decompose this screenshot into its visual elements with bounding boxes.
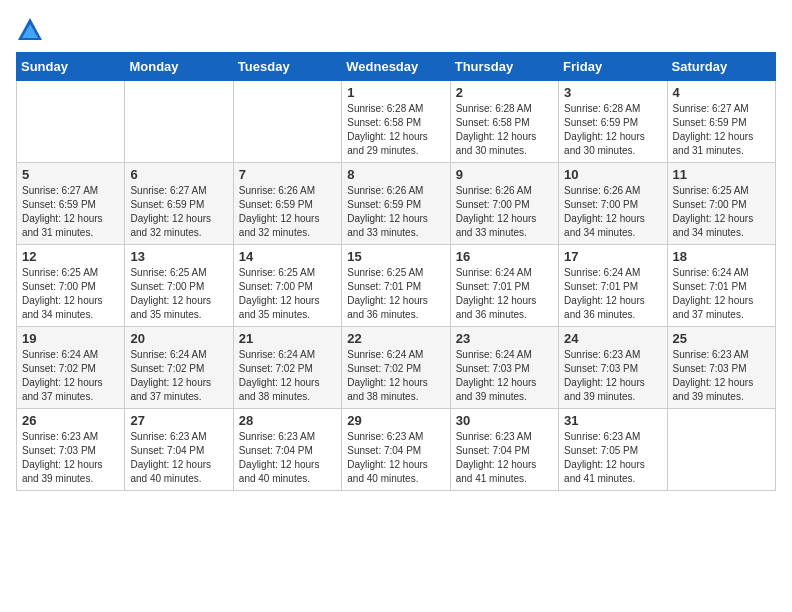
day-info: Sunrise: 6:24 AM Sunset: 7:02 PM Dayligh…: [347, 348, 444, 404]
calendar-cell: 7Sunrise: 6:26 AM Sunset: 6:59 PM Daylig…: [233, 163, 341, 245]
calendar-cell: 3Sunrise: 6:28 AM Sunset: 6:59 PM Daylig…: [559, 81, 667, 163]
calendar-cell: 23Sunrise: 6:24 AM Sunset: 7:03 PM Dayli…: [450, 327, 558, 409]
day-info: Sunrise: 6:27 AM Sunset: 6:59 PM Dayligh…: [130, 184, 227, 240]
day-info: Sunrise: 6:24 AM Sunset: 7:03 PM Dayligh…: [456, 348, 553, 404]
day-number: 31: [564, 413, 661, 428]
calendar-cell: [125, 81, 233, 163]
calendar-cell: 10Sunrise: 6:26 AM Sunset: 7:00 PM Dayli…: [559, 163, 667, 245]
day-number: 22: [347, 331, 444, 346]
day-number: 8: [347, 167, 444, 182]
day-number: 10: [564, 167, 661, 182]
day-info: Sunrise: 6:28 AM Sunset: 6:59 PM Dayligh…: [564, 102, 661, 158]
header-saturday: Saturday: [667, 53, 775, 81]
day-info: Sunrise: 6:25 AM Sunset: 7:00 PM Dayligh…: [22, 266, 119, 322]
day-number: 17: [564, 249, 661, 264]
day-number: 19: [22, 331, 119, 346]
calendar-cell: 2Sunrise: 6:28 AM Sunset: 6:58 PM Daylig…: [450, 81, 558, 163]
calendar-cell: [233, 81, 341, 163]
day-number: 24: [564, 331, 661, 346]
day-info: Sunrise: 6:23 AM Sunset: 7:04 PM Dayligh…: [239, 430, 336, 486]
calendar-cell: 4Sunrise: 6:27 AM Sunset: 6:59 PM Daylig…: [667, 81, 775, 163]
day-info: Sunrise: 6:23 AM Sunset: 7:05 PM Dayligh…: [564, 430, 661, 486]
calendar-week-1: 1Sunrise: 6:28 AM Sunset: 6:58 PM Daylig…: [17, 81, 776, 163]
calendar-cell: 29Sunrise: 6:23 AM Sunset: 7:04 PM Dayli…: [342, 409, 450, 491]
day-info: Sunrise: 6:24 AM Sunset: 7:01 PM Dayligh…: [564, 266, 661, 322]
day-number: 1: [347, 85, 444, 100]
calendar-cell: 11Sunrise: 6:25 AM Sunset: 7:00 PM Dayli…: [667, 163, 775, 245]
day-number: 21: [239, 331, 336, 346]
day-number: 16: [456, 249, 553, 264]
calendar-table: SundayMondayTuesdayWednesdayThursdayFrid…: [16, 52, 776, 491]
day-number: 12: [22, 249, 119, 264]
calendar-cell: 6Sunrise: 6:27 AM Sunset: 6:59 PM Daylig…: [125, 163, 233, 245]
calendar-cell: 5Sunrise: 6:27 AM Sunset: 6:59 PM Daylig…: [17, 163, 125, 245]
day-info: Sunrise: 6:24 AM Sunset: 7:02 PM Dayligh…: [22, 348, 119, 404]
day-number: 5: [22, 167, 119, 182]
calendar-cell: 31Sunrise: 6:23 AM Sunset: 7:05 PM Dayli…: [559, 409, 667, 491]
day-info: Sunrise: 6:27 AM Sunset: 6:59 PM Dayligh…: [22, 184, 119, 240]
day-info: Sunrise: 6:23 AM Sunset: 7:03 PM Dayligh…: [673, 348, 770, 404]
calendar-cell: 18Sunrise: 6:24 AM Sunset: 7:01 PM Dayli…: [667, 245, 775, 327]
calendar-cell: 24Sunrise: 6:23 AM Sunset: 7:03 PM Dayli…: [559, 327, 667, 409]
logo-icon: [16, 16, 44, 44]
day-info: Sunrise: 6:24 AM Sunset: 7:01 PM Dayligh…: [456, 266, 553, 322]
calendar-cell: 20Sunrise: 6:24 AM Sunset: 7:02 PM Dayli…: [125, 327, 233, 409]
calendar-cell: [667, 409, 775, 491]
calendar-week-3: 12Sunrise: 6:25 AM Sunset: 7:00 PM Dayli…: [17, 245, 776, 327]
day-info: Sunrise: 6:24 AM Sunset: 7:01 PM Dayligh…: [673, 266, 770, 322]
day-number: 25: [673, 331, 770, 346]
day-info: Sunrise: 6:23 AM Sunset: 7:04 PM Dayligh…: [130, 430, 227, 486]
day-info: Sunrise: 6:23 AM Sunset: 7:04 PM Dayligh…: [456, 430, 553, 486]
calendar-week-2: 5Sunrise: 6:27 AM Sunset: 6:59 PM Daylig…: [17, 163, 776, 245]
day-info: Sunrise: 6:27 AM Sunset: 6:59 PM Dayligh…: [673, 102, 770, 158]
day-number: 29: [347, 413, 444, 428]
calendar-cell: 16Sunrise: 6:24 AM Sunset: 7:01 PM Dayli…: [450, 245, 558, 327]
day-number: 30: [456, 413, 553, 428]
day-number: 3: [564, 85, 661, 100]
calendar-week-4: 19Sunrise: 6:24 AM Sunset: 7:02 PM Dayli…: [17, 327, 776, 409]
calendar-cell: 19Sunrise: 6:24 AM Sunset: 7:02 PM Dayli…: [17, 327, 125, 409]
calendar-cell: [17, 81, 125, 163]
calendar-cell: 14Sunrise: 6:25 AM Sunset: 7:00 PM Dayli…: [233, 245, 341, 327]
day-info: Sunrise: 6:26 AM Sunset: 6:59 PM Dayligh…: [347, 184, 444, 240]
calendar-cell: 26Sunrise: 6:23 AM Sunset: 7:03 PM Dayli…: [17, 409, 125, 491]
day-number: 20: [130, 331, 227, 346]
day-number: 18: [673, 249, 770, 264]
day-info: Sunrise: 6:25 AM Sunset: 7:00 PM Dayligh…: [239, 266, 336, 322]
day-info: Sunrise: 6:24 AM Sunset: 7:02 PM Dayligh…: [239, 348, 336, 404]
calendar-cell: 17Sunrise: 6:24 AM Sunset: 7:01 PM Dayli…: [559, 245, 667, 327]
calendar-header-row: SundayMondayTuesdayWednesdayThursdayFrid…: [17, 53, 776, 81]
page-header: [16, 16, 776, 44]
day-info: Sunrise: 6:26 AM Sunset: 7:00 PM Dayligh…: [564, 184, 661, 240]
header-thursday: Thursday: [450, 53, 558, 81]
day-number: 15: [347, 249, 444, 264]
day-info: Sunrise: 6:25 AM Sunset: 7:01 PM Dayligh…: [347, 266, 444, 322]
logo: [16, 16, 48, 44]
day-info: Sunrise: 6:23 AM Sunset: 7:03 PM Dayligh…: [564, 348, 661, 404]
day-info: Sunrise: 6:23 AM Sunset: 7:03 PM Dayligh…: [22, 430, 119, 486]
day-number: 2: [456, 85, 553, 100]
day-number: 11: [673, 167, 770, 182]
day-number: 9: [456, 167, 553, 182]
day-number: 6: [130, 167, 227, 182]
calendar-cell: 27Sunrise: 6:23 AM Sunset: 7:04 PM Dayli…: [125, 409, 233, 491]
calendar-cell: 30Sunrise: 6:23 AM Sunset: 7:04 PM Dayli…: [450, 409, 558, 491]
calendar-cell: 28Sunrise: 6:23 AM Sunset: 7:04 PM Dayli…: [233, 409, 341, 491]
header-tuesday: Tuesday: [233, 53, 341, 81]
day-info: Sunrise: 6:24 AM Sunset: 7:02 PM Dayligh…: [130, 348, 227, 404]
calendar-cell: 21Sunrise: 6:24 AM Sunset: 7:02 PM Dayli…: [233, 327, 341, 409]
day-info: Sunrise: 6:25 AM Sunset: 7:00 PM Dayligh…: [673, 184, 770, 240]
day-info: Sunrise: 6:28 AM Sunset: 6:58 PM Dayligh…: [347, 102, 444, 158]
calendar-cell: 13Sunrise: 6:25 AM Sunset: 7:00 PM Dayli…: [125, 245, 233, 327]
day-info: Sunrise: 6:23 AM Sunset: 7:04 PM Dayligh…: [347, 430, 444, 486]
calendar-cell: 9Sunrise: 6:26 AM Sunset: 7:00 PM Daylig…: [450, 163, 558, 245]
day-number: 28: [239, 413, 336, 428]
header-friday: Friday: [559, 53, 667, 81]
calendar-cell: 22Sunrise: 6:24 AM Sunset: 7:02 PM Dayli…: [342, 327, 450, 409]
calendar-cell: 8Sunrise: 6:26 AM Sunset: 6:59 PM Daylig…: [342, 163, 450, 245]
day-number: 27: [130, 413, 227, 428]
calendar-week-5: 26Sunrise: 6:23 AM Sunset: 7:03 PM Dayli…: [17, 409, 776, 491]
header-monday: Monday: [125, 53, 233, 81]
day-number: 13: [130, 249, 227, 264]
day-number: 4: [673, 85, 770, 100]
